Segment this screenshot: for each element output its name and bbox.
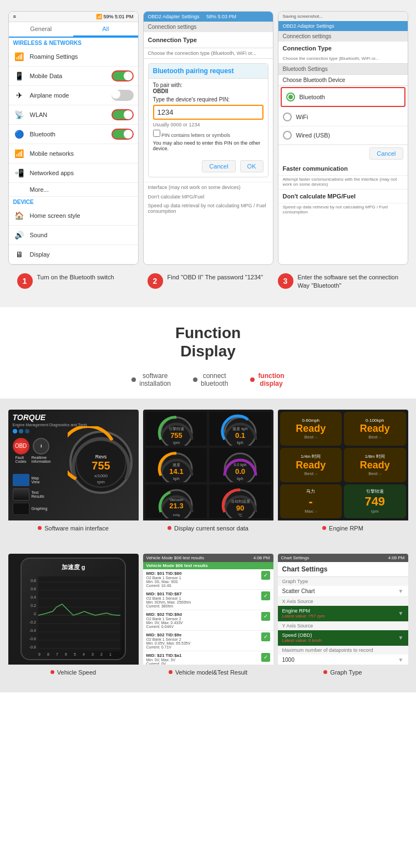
phone2-dialog-buttons: Cancel OK <box>149 158 268 177</box>
wlan-label: WLAN <box>30 111 107 118</box>
test-id-1: MID: $01 TID:$80 <box>146 571 270 576</box>
svg-text:x/1000: x/1000 <box>94 473 108 478</box>
phone3-option-wifi[interactable]: WiFi <box>278 108 408 126</box>
svg-text:rpm: rpm <box>173 441 179 445</box>
sound-item[interactable]: 🔊 Sound <box>9 226 138 245</box>
mobile-data-icon: 📱 <box>13 70 26 82</box>
networked-apps-item[interactable]: 📲 Networked apps <box>9 164 138 183</box>
pair-cancel-button[interactable]: Cancel <box>202 160 235 172</box>
sensor-caption-dot <box>168 526 171 530</box>
chart-x-axis-row[interactable]: Engine RPM Latest value: 757 rpm ▼ <box>278 606 408 621</box>
svg-text:引擎转速: 引擎转速 <box>169 427 184 431</box>
display-icon: 🖥 <box>13 248 26 261</box>
svg-text:°C: °C <box>238 513 242 517</box>
airplane-toggle[interactable] <box>111 90 134 101</box>
conn-cancel-button[interactable]: Cancel <box>369 147 403 160</box>
step1-item: 1 Turn on the Bluetooth switch <box>13 273 143 290</box>
gauge5: Vacuum 21.3 inHg <box>145 484 207 518</box>
chart-max-points-row[interactable]: 1000 ▼ <box>278 655 408 665</box>
mobile-data-item[interactable]: 📱 Mobile Data <box>9 67 138 86</box>
phone2-dialog-title: Bluetooth pairing request <box>149 64 268 79</box>
steps-row: 1 Turn on the Bluetooth switch 2 Find "O… <box>6 273 410 290</box>
pair-ok-button[interactable]: OK <box>240 160 263 172</box>
nav-connect-bluetooth[interactable]: connectbluetooth <box>193 372 228 387</box>
pin-note: You may also need to enter this PIN on t… <box>153 140 263 151</box>
test-check-5: ✓ <box>261 653 270 662</box>
vspeed-title: 加速度 g <box>26 563 120 571</box>
bottom-icons: MapView TestResults Graphing <box>13 474 48 515</box>
rpm-caption: Engine RPM <box>278 525 408 532</box>
pin-checkbox[interactable] <box>153 130 160 137</box>
phone2-footer3: Speed up data retrieval by not calculati… <box>144 201 273 216</box>
svg-text:5: 5 <box>74 652 76 656</box>
chart-settings-screen: Chart Settings 4:09 PM Chart Settings Gr… <box>278 554 408 665</box>
test-results-icon <box>13 488 29 501</box>
chart-x-axis-label: X Axis Source <box>278 597 408 606</box>
tile-quarter-best: Best: - <box>305 471 317 476</box>
test-check-2: ✓ <box>261 591 270 600</box>
test-id-5: MID: $21 TID:$a1 <box>146 653 270 658</box>
chart-graph-type-row[interactable]: Scatter Chart ▼ <box>278 586 408 597</box>
test-detail-2b: Min: 0Ohm, Max: 2500hm <box>146 600 270 604</box>
nav-dot-software <box>131 377 136 382</box>
svg-text:-0.6: -0.6 <box>29 637 36 641</box>
pin-input[interactable]: 1234 <box>153 105 263 120</box>
rpm-screenshot: 0-60mph Ready Best: - 0-100kph Ready Bes… <box>278 410 408 532</box>
step3-circle: 3 <box>278 273 293 289</box>
pair-with-label: To pair with: <box>153 82 263 88</box>
tile-0-60-best: Best: - <box>305 435 317 440</box>
nav-software-install[interactable]: softwareinstallation <box>131 372 171 387</box>
more-label: More... <box>13 186 134 193</box>
home-screen-item[interactable]: 🏠 Home screen style <box>9 206 138 226</box>
display-label: Display <box>30 251 134 258</box>
wifi-option-label: WiFi <box>296 114 308 120</box>
mobile-data-label: Mobile Data <box>30 73 107 79</box>
phone3-statusbar: Saving screenshot... <box>278 12 408 21</box>
mobile-data-toggle[interactable] <box>111 70 134 81</box>
wlan-item[interactable]: 📡 WLAN <box>9 105 138 125</box>
phone2-conn-type-title: Connection Type <box>144 32 273 48</box>
mobile-networks-item[interactable]: 📶 Mobile networks <box>9 144 138 164</box>
usb-radio <box>283 131 292 140</box>
svg-text:3: 3 <box>92 652 94 656</box>
test-detail-2a: O2 Bank 1 Sensor 1 <box>146 596 270 600</box>
chart-statusbar: Chart Settings 4:09 PM <box>278 554 408 562</box>
phone3-conn-desc: Choose the connection type (Bluetooth, W… <box>278 55 408 64</box>
nav-function-display[interactable]: functiondisplay <box>250 372 284 387</box>
bluetooth-radio-selected <box>286 93 295 101</box>
bluetooth-toggle[interactable] <box>111 129 134 140</box>
tile-0-60-val: Ready <box>296 423 326 435</box>
airplane-item[interactable]: ✈ Airplane mode <box>9 86 138 105</box>
svg-text:0.8: 0.8 <box>31 579 36 583</box>
test-id-2: MID: $01 TID:$87 <box>146 591 270 596</box>
test-check-4: ✓ <box>261 632 270 641</box>
tile-quarter-val: Ready <box>296 459 326 471</box>
tab-all[interactable]: All <box>73 22 138 37</box>
phone3-faster-desc: Attempt faster communications with the i… <box>278 176 408 190</box>
tile-rpm-unit: rpm <box>371 509 379 514</box>
svg-text:90: 90 <box>236 504 244 512</box>
tab-general[interactable]: General <box>9 22 74 37</box>
phone3-mpg-desc: Speed up data retrieval by not calculati… <box>278 203 408 217</box>
bluetooth-item[interactable]: 🔵 Bluetooth <box>9 125 138 144</box>
realtime-icon: ℹ <box>33 438 49 455</box>
mobile-networks-label: Mobile networks <box>30 150 134 157</box>
rpm-caption-text: Engine RPM <box>329 525 363 532</box>
wlan-toggle[interactable] <box>111 109 134 120</box>
test-detail-5b: Current: 0V <box>146 662 270 665</box>
svg-text:rpm: rpm <box>97 479 105 484</box>
more-item[interactable]: More... <box>9 183 138 197</box>
roaming-item[interactable]: 📶 Roaming Settings <box>9 47 138 67</box>
display-item[interactable]: 🖥 Display <box>9 245 138 264</box>
chart-y-axis-row[interactable]: Speed (OBD) Latest value: 0 km/h ▼ <box>278 630 408 646</box>
svg-text:-0.2: -0.2 <box>29 620 36 624</box>
phone2-statusbar: OBD2 Adapter Settings 58% 5:03 PM <box>144 12 273 22</box>
phone3-option-bluetooth[interactable]: Bluetooth <box>281 87 405 107</box>
torque-caption-text: Software main interface <box>44 525 109 532</box>
phones-grid: ≡ 📶 59% 5:01 PM General All WIRELESS & N… <box>6 11 410 265</box>
phone3-cancel-row: Cancel <box>278 145 408 162</box>
phone2-footer1: Interface (may not work on some devices) <box>144 182 273 192</box>
phone3-option-usb[interactable]: Wired (USB) <box>278 126 408 145</box>
gauge6: 冷却剂温度 90 °C <box>209 484 271 518</box>
sensor-caption-text: Display current sensor data <box>174 525 248 532</box>
